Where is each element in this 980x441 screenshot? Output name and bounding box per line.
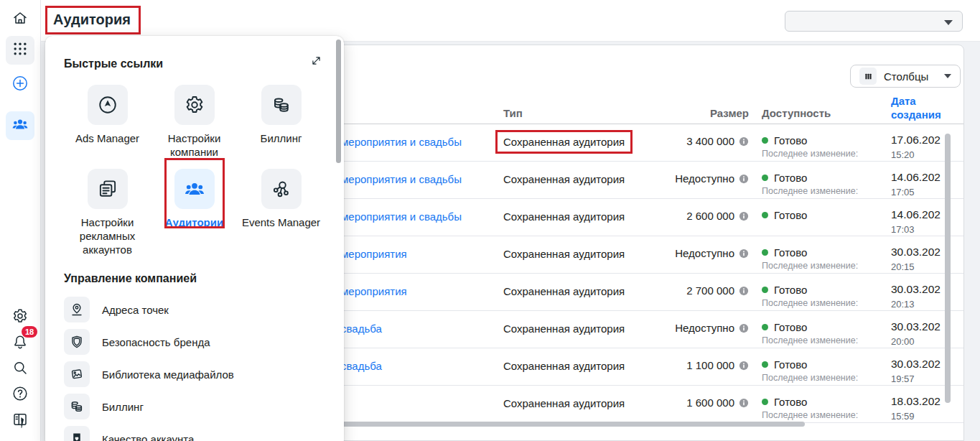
status-text: Готово bbox=[774, 396, 807, 408]
search-icon bbox=[11, 359, 29, 379]
info-icon[interactable] bbox=[739, 361, 749, 371]
audience-name-link[interactable]: мероприятия и свадьбы bbox=[341, 210, 462, 223]
help-icon bbox=[11, 385, 29, 405]
column-header-availability[interactable]: Доступность bbox=[762, 107, 831, 119]
info-icon[interactable] bbox=[739, 286, 749, 296]
quick-links-title: Быстрые ссылки bbox=[64, 57, 325, 70]
created-date: 17.06.202 bbox=[891, 134, 963, 147]
coins-icon bbox=[261, 85, 302, 125]
status-dot-icon bbox=[762, 287, 768, 293]
audience-size-cell: Недоступно bbox=[641, 247, 749, 259]
info-icon[interactable] bbox=[739, 174, 749, 184]
quick-link-label: Настройки рекламных аккаунтов bbox=[64, 215, 151, 256]
menu-item[interactable]: Биллинг bbox=[64, 394, 325, 419]
status-text: Готово bbox=[774, 172, 807, 184]
created-date-cell: 30.03.202 20:00 bbox=[891, 320, 963, 347]
audience-name-link[interactable]: мероприятия bbox=[341, 248, 407, 260]
ads-manager-icon bbox=[88, 85, 128, 125]
column-header-type[interactable]: Тип bbox=[503, 107, 523, 119]
audience-name-link[interactable]: свадьба bbox=[341, 322, 382, 335]
quick-link-item[interactable]: Ads Manager bbox=[64, 85, 151, 159]
info-icon[interactable] bbox=[739, 323, 749, 333]
audience-size-value: Недоступно bbox=[675, 322, 734, 334]
menu-item[interactable]: Библиотека медиафайлов bbox=[64, 361, 325, 387]
quick-link-item[interactable]: Настройки компании bbox=[151, 85, 238, 159]
audience-type-cell: Сохраненная аудитория bbox=[503, 397, 625, 409]
panel-scrollbar[interactable] bbox=[336, 40, 341, 163]
created-time: 20:00 bbox=[891, 336, 963, 347]
info-icon[interactable] bbox=[739, 211, 749, 221]
status-text: Готово bbox=[774, 134, 807, 147]
audience-name-link[interactable]: мероприятия и свадьбы bbox=[341, 173, 462, 185]
audience-name-link[interactable]: свадьба bbox=[341, 360, 382, 372]
menu-item[interactable]: Качество аккаунта bbox=[64, 426, 325, 441]
highlight-box-audiences bbox=[164, 158, 225, 228]
menu-item-label: Биллинг bbox=[102, 401, 144, 413]
sidebar-item[interactable] bbox=[8, 409, 32, 433]
info-icon[interactable] bbox=[739, 136, 749, 147]
audience-type-text: Сохраненная аудитория bbox=[503, 285, 625, 297]
quick-link-item[interactable]: Events Manager bbox=[238, 169, 325, 256]
info-icon[interactable] bbox=[739, 249, 749, 259]
quick-link-label: Настройки компании bbox=[151, 131, 238, 159]
menu-item-label: Безопасность бренда bbox=[102, 336, 210, 348]
events-manager-icon bbox=[261, 169, 302, 209]
menu-item-label: Библиотека медиафайлов bbox=[102, 368, 234, 381]
created-time: 17:03 bbox=[891, 224, 963, 235]
audience-name-link[interactable]: мероприятия bbox=[341, 285, 407, 297]
created-date: 18.03.202 bbox=[891, 395, 963, 408]
sidebar-item[interactable] bbox=[6, 111, 34, 140]
sidebar-item[interactable] bbox=[6, 36, 34, 65]
audience-size-cell: Недоступно bbox=[641, 322, 749, 334]
sidebar-item[interactable] bbox=[6, 5, 34, 34]
columns-button[interactable]: Столбцы bbox=[850, 65, 961, 88]
menu-item[interactable]: Безопасность бренда bbox=[64, 329, 325, 355]
audience-size-cell: 2 700 000 bbox=[641, 284, 749, 297]
coins-icon bbox=[64, 394, 90, 419]
created-time: 19:57 bbox=[891, 373, 963, 384]
created-date-cell: 14.06.202 17:03 bbox=[891, 208, 963, 235]
notification-badge: 18 bbox=[22, 326, 37, 338]
created-time: 20:13 bbox=[891, 299, 963, 310]
status-text: Готово bbox=[774, 284, 807, 296]
audience-type-cell: Сохраненная аудитория bbox=[503, 248, 625, 260]
quick-link-item[interactable]: Аудитории bbox=[151, 169, 238, 256]
gear-icon bbox=[11, 307, 29, 328]
column-header-created[interactable]: Дата создания bbox=[891, 94, 947, 121]
account-selector[interactable] bbox=[785, 11, 963, 32]
status-dot-icon bbox=[762, 399, 768, 405]
menu-item[interactable]: Адреса точек bbox=[64, 297, 325, 322]
created-date: 30.03.202 bbox=[891, 358, 963, 371]
menu-item-label: Адреса точек bbox=[102, 304, 169, 316]
media-library-icon bbox=[64, 361, 90, 387]
quick-links-grid: Ads Manager Настройки компании Биллинг Н… bbox=[64, 85, 325, 256]
info-icon[interactable] bbox=[739, 398, 749, 408]
audience-size-value: 1 600 000 bbox=[686, 396, 734, 409]
sidebar-item[interactable] bbox=[6, 70, 34, 99]
audience-name-link[interactable]: мероприятия и свадьбы bbox=[341, 136, 462, 148]
quick-link-item[interactable]: Биллинг bbox=[238, 85, 325, 159]
column-header-size[interactable]: Размер bbox=[641, 107, 749, 119]
status-dot-icon bbox=[762, 324, 768, 330]
gear-icon bbox=[174, 85, 215, 125]
app-window: Аудитория Столбцы Тип Размер Доступность… bbox=[0, 0, 980, 441]
audience-size-value: Недоступно bbox=[675, 172, 734, 185]
created-date-cell: 30.03.202 20:13 bbox=[891, 283, 963, 310]
status-dot-icon bbox=[762, 175, 768, 181]
audience-size-value: Недоступно bbox=[675, 247, 734, 259]
audience-type-cell: Сохраненная аудитория bbox=[503, 285, 625, 297]
vertical-scrollbar[interactable] bbox=[945, 134, 951, 403]
sidebar-item[interactable] bbox=[8, 357, 32, 381]
sidebar-item[interactable] bbox=[8, 383, 32, 407]
audience-size-cell: 1 100 000 bbox=[641, 359, 749, 371]
status-text: Готово bbox=[774, 358, 807, 371]
created-date: 14.06.202 bbox=[891, 208, 963, 221]
created-time: 17:05 bbox=[891, 187, 963, 198]
created-date-cell: 30.03.202 20:15 bbox=[891, 246, 963, 272]
quick-link-item[interactable]: Настройки рекламных аккаунтов bbox=[64, 169, 151, 256]
menu-items: Адреса точек Безопасность бренда Библиот… bbox=[64, 297, 325, 441]
status-dot-icon bbox=[762, 137, 768, 144]
audience-type-cell: Сохраненная аудитория bbox=[503, 360, 625, 372]
expand-icon[interactable] bbox=[310, 55, 322, 67]
sidebar-item[interactable]: 18 bbox=[8, 331, 32, 356]
